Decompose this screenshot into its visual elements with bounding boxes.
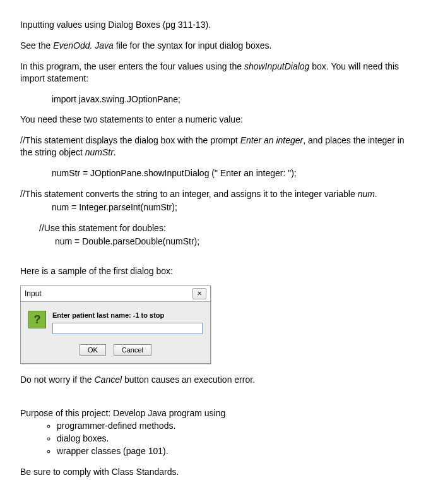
code-line-2: num = Integer.parseInt(numStr); bbox=[20, 201, 406, 213]
show-input-dialog: showInputDialog bbox=[244, 61, 310, 71]
purpose-list: programmer-defined methods. dialog boxes… bbox=[20, 420, 406, 457]
see-a: See the bbox=[20, 40, 53, 51]
sample-heading: Here is a sample of the first dialog box… bbox=[20, 265, 406, 277]
code-line-3: num = Double.parseDouble(numStr); bbox=[20, 236, 406, 248]
question-icon: ? bbox=[28, 311, 46, 328]
comment-2: //This statement converts the string to … bbox=[20, 188, 406, 200]
comment-1: //This statement displays the dialog box… bbox=[20, 135, 406, 159]
dialog-titlebar: Input ✕ bbox=[21, 286, 210, 302]
dialog-body: ? Enter patient last name: -1 to stop bbox=[21, 302, 210, 340]
c2b: . bbox=[375, 189, 377, 199]
dialog-right: Enter patient last name: -1 to stop bbox=[52, 311, 203, 335]
dnw-cancel: Cancel bbox=[95, 375, 122, 385]
c1-var: numStr bbox=[85, 147, 114, 157]
close-icon[interactable]: ✕ bbox=[192, 288, 206, 299]
dialog-input[interactable] bbox=[52, 323, 203, 334]
program-line: In this program, the user enters the fou… bbox=[20, 61, 406, 85]
purpose-heading: Purpose of this project: Develop Java pr… bbox=[20, 407, 406, 419]
list-item: wrapper classes (page 101). bbox=[57, 445, 406, 457]
dialog-prompt: Enter patient last name: -1 to stop bbox=[52, 311, 203, 320]
c2a: //This statement converts the string to … bbox=[20, 189, 358, 199]
comment-3: //Use this statement for doubles: bbox=[20, 222, 406, 234]
list-item: dialog boxes. bbox=[57, 433, 406, 445]
comply-line: Be sure to comply with Class Standards. bbox=[20, 466, 406, 478]
need-two: You need these two statements to enter a… bbox=[20, 114, 406, 126]
see-line: See the EvenOdd. Java file for the synta… bbox=[20, 40, 406, 52]
dialog-buttons: OK Cancel bbox=[21, 340, 210, 363]
cancel-button[interactable]: Cancel bbox=[114, 344, 151, 356]
see-b: file for the syntax for input dialog box… bbox=[114, 40, 272, 51]
c1c: . bbox=[114, 147, 116, 157]
c1-prompt: Enter an integer bbox=[240, 135, 304, 145]
see-file: EvenOdd. Java bbox=[53, 40, 114, 51]
import-statement: import javax.swing.JOptionPane; bbox=[20, 93, 406, 105]
prog-a: In this program, the user enters the fou… bbox=[20, 61, 244, 71]
c2-var: num bbox=[358, 189, 375, 199]
dialog-title-text: Input bbox=[25, 289, 42, 299]
input-dialog: Input ✕ ? Enter patient last name: -1 to… bbox=[20, 285, 211, 363]
dnw-b: button causes an execution error. bbox=[122, 375, 255, 385]
c1a: //This statement displays the dialog box… bbox=[20, 135, 240, 145]
code-line-1: numStr = JOptionPane.showInputDialog (" … bbox=[20, 167, 406, 179]
title-line: Inputting values using Dialog Boxes (pg … bbox=[20, 19, 406, 31]
list-item: programmer-defined methods. bbox=[57, 420, 406, 432]
ok-button[interactable]: OK bbox=[80, 344, 106, 356]
do-not-worry: Do not worry if the Cancel button causes… bbox=[20, 374, 406, 386]
dnw-a: Do not worry if the bbox=[20, 375, 95, 385]
